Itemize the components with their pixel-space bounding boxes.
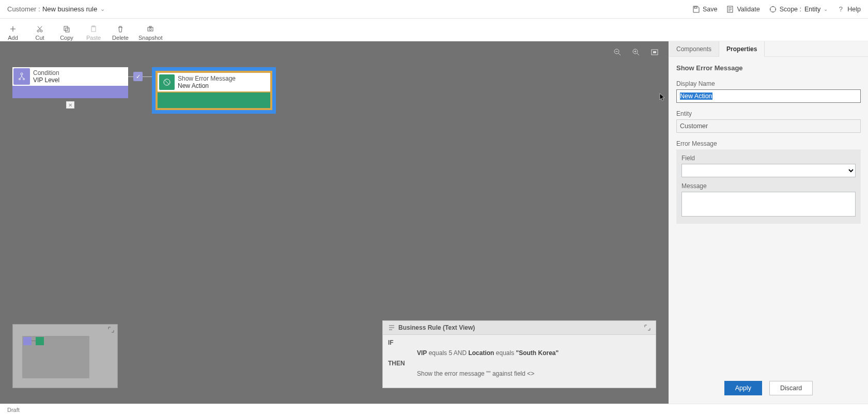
delete-button[interactable]: Delete (112, 20, 129, 41)
panel-heading: Show Error Message (676, 64, 861, 72)
field-select[interactable] (681, 164, 856, 177)
textview-icon (388, 324, 395, 331)
minimap-condition-node (23, 337, 32, 345)
field-label: Field (681, 155, 856, 162)
cursor-icon (659, 93, 665, 101)
toolbar: Add Cut Copy Paste Delete Snapshot (0, 19, 868, 41)
scissors-icon (36, 25, 44, 33)
zoom-in-icon[interactable] (631, 48, 641, 57)
cut-button[interactable]: Cut (31, 20, 49, 41)
svg-point-16 (21, 73, 23, 75)
expand-icon[interactable] (108, 327, 114, 333)
tab-properties[interactable]: Properties (719, 41, 765, 57)
chevron-down-icon: ⌄ (824, 6, 828, 12)
paste-button: Paste (85, 20, 102, 41)
apply-button[interactable]: Apply (724, 381, 762, 395)
then-keyword: THEN (388, 360, 417, 367)
expand-icon[interactable] (644, 325, 650, 331)
rule-name: New business rule (42, 5, 97, 13)
node-name-label: New Action (178, 82, 236, 89)
trash-icon (116, 25, 125, 33)
scope-selector[interactable]: Scope : Entity ⌄ (769, 6, 828, 13)
status-text: Draft (7, 407, 20, 413)
message-textarea[interactable] (681, 192, 856, 217)
display-name-label: Display Name (676, 80, 861, 87)
business-rule-text-view: Business Rule (Text View) IF VIP equals … (382, 320, 656, 388)
designer-canvas[interactable]: Condition VIP Level ✕ ✓ (0, 41, 669, 404)
minimap[interactable] (12, 324, 118, 388)
svg-point-4 (40, 30, 42, 32)
entity-input (676, 119, 861, 133)
condition-icon (13, 68, 30, 85)
help-icon: ? (837, 6, 844, 13)
header-title[interactable]: Customer : New business rule ⌄ (7, 5, 105, 13)
svg-point-3 (37, 30, 39, 32)
entity-label: Customer (7, 5, 36, 13)
svg-point-10 (149, 28, 151, 30)
properties-panel: Components Properties Show Error Message… (669, 41, 868, 404)
validate-button[interactable]: Validate (726, 6, 760, 13)
zoom-out-icon[interactable] (613, 48, 622, 57)
svg-point-17 (19, 79, 21, 80)
display-name-input[interactable]: New Action (676, 89, 861, 103)
copy-button[interactable]: Copy (58, 20, 75, 41)
error-message-label: Error Message (676, 140, 861, 147)
paste-icon (89, 25, 98, 33)
condition-node[interactable]: Condition VIP Level ✕ (12, 67, 128, 109)
svg-rect-15 (653, 51, 656, 53)
status-bar: Draft (0, 404, 868, 415)
message-label: Message (681, 182, 856, 190)
true-connector: ✓ (128, 67, 152, 86)
svg-point-18 (23, 79, 25, 80)
checkmark-icon: ✓ (133, 72, 143, 81)
node-name-label: VIP Level (33, 76, 59, 84)
svg-rect-11 (149, 26, 151, 27)
svg-rect-0 (694, 7, 697, 8)
action-node-selected[interactable]: Show Error Message New Action (152, 67, 276, 114)
scope-icon (769, 6, 777, 13)
svg-point-2 (770, 6, 776, 12)
camera-icon (146, 25, 154, 33)
minimap-action-node (36, 337, 44, 345)
save-icon (692, 6, 700, 13)
entity-label: Entity (676, 110, 861, 117)
node-type-label: Show Error Message (178, 75, 236, 82)
node-type-label: Condition (33, 69, 59, 76)
plus-icon (9, 25, 17, 33)
add-button[interactable]: Add (4, 20, 22, 41)
if-keyword: IF (388, 339, 417, 346)
false-branch-handle[interactable]: ✕ (66, 101, 74, 109)
save-button[interactable]: Save (692, 6, 718, 13)
action-body-bar[interactable] (158, 93, 270, 108)
then-expression: Show the error message "" against field … (417, 370, 650, 377)
snapshot-button[interactable]: Snapshot (138, 20, 162, 41)
discard-button[interactable]: Discard (769, 381, 813, 395)
copy-icon (63, 25, 71, 33)
if-expression: VIP equals 5 AND Location equals "South … (417, 349, 650, 357)
textview-title: Business Rule (Text View) (398, 324, 475, 331)
header-bar: Customer : New business rule ⌄ Save Vali… (0, 0, 868, 19)
help-button[interactable]: ? Help (837, 6, 861, 13)
error-action-icon (159, 74, 175, 90)
fit-screen-icon[interactable] (650, 48, 659, 57)
chevron-down-icon[interactable]: ⌄ (99, 6, 105, 12)
validate-icon (726, 6, 734, 13)
condition-rule-bar[interactable] (12, 86, 128, 98)
tab-components[interactable]: Components (669, 41, 719, 56)
